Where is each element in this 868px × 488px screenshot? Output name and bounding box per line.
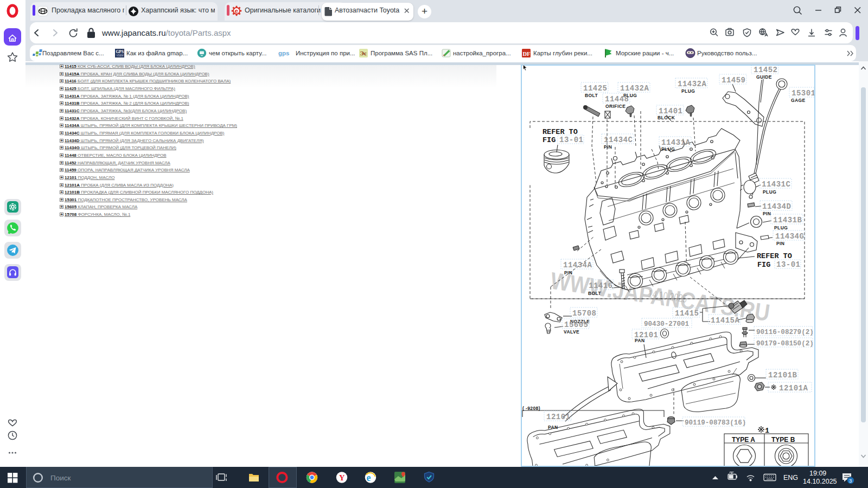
svg-text:11431B: 11431B	[773, 216, 802, 224]
svg-text:PLUG: PLUG	[763, 189, 776, 195]
svg-text:PIN: PIN	[564, 270, 572, 275]
svg-text:11434D: 11434D	[762, 202, 791, 211]
svg-text:11452: 11452	[754, 66, 778, 74]
svg-text:Инструкция по при...: Инструкция по при...	[296, 50, 355, 56]
svg-text:FIG: FIG	[757, 261, 770, 269]
svg-text:15605: 15605	[564, 320, 589, 329]
svg-text:PLUG: PLUG	[661, 146, 675, 152]
svg-text:BOLT: BOLT	[588, 291, 602, 296]
svg-text:PLUG: PLUG	[774, 225, 788, 230]
svg-text:GAGE: GAGE	[791, 98, 806, 103]
svg-text:Как из файла gmap...: Как из файла gmap...	[126, 50, 188, 56]
svg-text:13-01: 13-01	[776, 260, 801, 269]
svg-text:VSEM: VSEM	[117, 54, 124, 57]
svg-text:настройка_програ...: настройка_програ...	[453, 50, 511, 56]
svg-text:www.japancats.ru/toyota/Parts.: www.japancats.ru/toyota/Parts.aspx	[101, 28, 231, 37]
svg-text:12101A: 12101A	[779, 384, 808, 393]
svg-text:PLUG: PLUG	[623, 93, 637, 98]
svg-text:11431A: 11431A	[661, 138, 691, 147]
svg-text:11425: 11425	[583, 84, 608, 93]
svg-text:( -9208): ( -9208)	[522, 406, 540, 411]
svg-text:11434A: 11434A	[563, 261, 592, 269]
svg-text:12101B: 12101B	[768, 371, 797, 380]
svg-text:11401: 11401	[659, 107, 683, 115]
svg-text:12101: 12101	[546, 413, 571, 421]
svg-text:11415: 11415	[675, 309, 699, 318]
svg-text:19:09: 19:09	[809, 470, 826, 477]
svg-text:GPS: GPS	[116, 49, 124, 54]
svg-text:gps: gps	[278, 50, 289, 56]
svg-text:PIN: PIN	[604, 144, 612, 150]
svg-text:TYPE A: TYPE A	[732, 436, 755, 444]
svg-text:Руководство польз...: Руководство польз...	[697, 50, 757, 56]
svg-text:DF: DF	[523, 51, 531, 57]
svg-text:TYPE B: TYPE B	[771, 436, 795, 444]
svg-text:ENG: ENG	[783, 474, 798, 481]
svg-text:13-01: 13-01	[559, 136, 584, 144]
svg-text:11415A: 11415A	[711, 316, 740, 325]
svg-text:11434C: 11434C	[604, 136, 633, 144]
svg-text:BLOCK: BLOCK	[658, 115, 675, 120]
svg-text:Карты глубин реки...: Карты глубин реки...	[533, 50, 592, 56]
svg-text:1: 1	[765, 427, 769, 435]
svg-text:Морские рации - ч...: Морские рации - ч...	[616, 50, 674, 56]
svg-text:90179-08150(2): 90179-08150(2)	[756, 340, 814, 348]
svg-text:чем открыть карту...: чем открыть карту...	[209, 50, 266, 56]
svg-text:11432A: 11432A	[678, 80, 707, 88]
svg-text:PIN: PIN	[763, 211, 771, 216]
svg-text:15301: 15301	[792, 89, 814, 98]
svg-text:ORIFICE: ORIFICE	[605, 104, 626, 109]
svg-text:15708: 15708	[572, 309, 597, 318]
svg-text:e: e	[234, 8, 238, 14]
svg-text:11416: 11416	[589, 281, 613, 290]
svg-text:REFER TO: REFER TO	[757, 252, 792, 260]
svg-text:PAN: PAN	[548, 425, 558, 430]
svg-text:PAN: PAN	[635, 338, 645, 343]
svg-text:PIN: PIN	[776, 241, 784, 246]
svg-text:90116-08279(2): 90116-08279(2)	[756, 329, 814, 336]
svg-text:14.10.2025: 14.10.2025	[803, 478, 837, 485]
svg-text:11434G: 11434G	[775, 232, 804, 241]
svg-text:Эс: Эс	[360, 50, 367, 56]
svg-text:Программа SAS Пл...: Программа SAS Пл...	[371, 50, 432, 56]
svg-text:11432A: 11432A	[620, 84, 649, 93]
svg-text:Y: Y	[339, 473, 345, 482]
svg-text:BOLT: BOLT	[585, 93, 598, 98]
svg-text:Поздравляем Вас с...: Поздравляем Вас с...	[42, 50, 104, 56]
svg-text:PLUG: PLUG	[681, 88, 695, 94]
svg-text:11459: 11459	[722, 76, 746, 85]
svg-text:GUIDE: GUIDE	[756, 74, 772, 80]
svg-text:11431C: 11431C	[762, 180, 791, 189]
svg-text:VALVE: VALVE	[564, 329, 579, 335]
svg-text:90430-27001: 90430-27001	[644, 320, 690, 328]
svg-text:Поиск: Поиск	[50, 474, 71, 482]
svg-text:FIG: FIG	[542, 136, 556, 144]
svg-text:3: 3	[849, 478, 852, 484]
svg-text:90119-08783(16): 90119-08783(16)	[685, 419, 746, 427]
